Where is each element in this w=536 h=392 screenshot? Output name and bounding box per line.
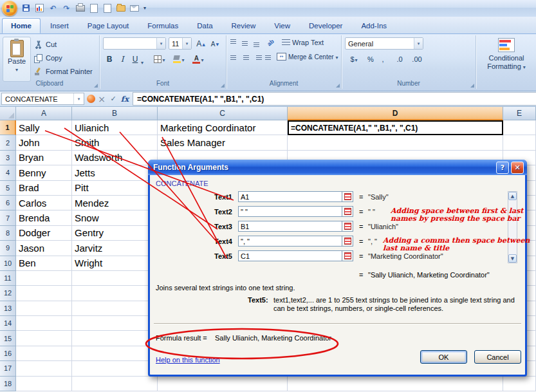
- number-dialog-launcher-icon[interactable]: [470, 84, 474, 88]
- font-size-combo[interactable]: 11: [169, 37, 192, 50]
- row-header-10[interactable]: 10: [0, 256, 16, 271]
- row-header-7[interactable]: 7: [0, 210, 16, 225]
- accounting-dropdown-icon[interactable]: [355, 55, 358, 63]
- insert-function-icon[interactable]: [120, 94, 130, 104]
- name-box-dropdown-icon[interactable]: [73, 93, 84, 104]
- cell-B18[interactable]: [72, 377, 158, 391]
- cell-A13[interactable]: [16, 301, 72, 316]
- redo-icon[interactable]: ↷: [61, 3, 72, 14]
- cell-A5[interactable]: Brad: [16, 181, 72, 196]
- align-top-button[interactable]: [229, 38, 240, 48]
- cell-E1[interactable]: [503, 120, 536, 135]
- fill-color-dropdown-icon[interactable]: [181, 55, 184, 64]
- dialog-close-icon[interactable]: ✕: [511, 162, 524, 174]
- dialog-scrollbar[interactable]: [508, 191, 517, 263]
- cell-B14[interactable]: [72, 316, 158, 331]
- borders-dropdown-icon[interactable]: [162, 55, 165, 64]
- column-header-B[interactable]: B: [72, 107, 158, 120]
- number-format-combo[interactable]: General: [345, 37, 423, 50]
- decrease-indent-button[interactable]: [264, 52, 275, 62]
- cell-B9[interactable]: Jarvitz: [72, 241, 158, 256]
- collapse-dialog-icon[interactable]: [342, 251, 353, 261]
- help-on-function-link[interactable]: Help on this function: [156, 356, 220, 364]
- bold-button[interactable]: B: [104, 53, 115, 66]
- orientation-button[interactable]: ab: [266, 38, 277, 48]
- tab-page-layout[interactable]: Page Layout: [79, 18, 138, 33]
- conditional-formatting-dropdown-icon[interactable]: [523, 62, 526, 70]
- clipboard-dialog-launcher-icon[interactable]: [94, 84, 98, 88]
- collapse-dialog-icon[interactable]: [342, 192, 353, 201]
- scroll-up-icon[interactable]: [508, 192, 517, 200]
- alignment-dialog-launcher-icon[interactable]: [336, 84, 340, 88]
- new-document-icon[interactable]: [102, 3, 113, 14]
- cell-B16[interactable]: [72, 346, 158, 361]
- row-header-3[interactable]: 3: [0, 151, 16, 165]
- tab-home[interactable]: Home: [2, 18, 41, 33]
- print-icon[interactable]: [75, 3, 86, 14]
- cell-B7[interactable]: Snow: [72, 210, 158, 225]
- wrap-text-button[interactable]: Wrap Text: [282, 39, 324, 46]
- cell-B12[interactable]: [72, 286, 158, 301]
- underline-button[interactable]: U: [129, 53, 141, 66]
- column-header-E[interactable]: E: [503, 107, 536, 120]
- cell-A6[interactable]: Carlos: [16, 196, 72, 210]
- tab-view[interactable]: View: [265, 18, 299, 33]
- comma-style-button[interactable]: ,: [378, 53, 388, 65]
- arg-input-text1[interactable]: A1: [238, 191, 353, 202]
- paste-dropdown-icon[interactable]: [15, 65, 18, 73]
- italic-button[interactable]: I: [116, 53, 128, 66]
- select-all-corner[interactable]: [0, 107, 16, 120]
- cell-A2[interactable]: John: [16, 135, 72, 150]
- cell-B1[interactable]: Ulianich: [72, 120, 158, 135]
- grow-font-button[interactable]: A▲: [194, 37, 207, 50]
- row-header-6[interactable]: 6: [0, 196, 16, 210]
- arg-input-text3[interactable]: B1: [238, 221, 353, 232]
- cell-D1[interactable]: =CONCATENATE(A1," ",B1,", ",C1): [288, 120, 503, 135]
- cell-B3[interactable]: Wadsworth: [72, 151, 158, 165]
- format-painter-button[interactable]: Format Painter: [32, 65, 95, 78]
- cell-A12[interactable]: [16, 286, 72, 301]
- row-header-5[interactable]: 5: [0, 181, 16, 196]
- dialog-title-bar[interactable]: Function Arguments ? ✕: [148, 160, 527, 175]
- align-center-button[interactable]: [241, 52, 252, 62]
- tab-data[interactable]: Data: [188, 18, 221, 33]
- arg-input-text5[interactable]: C1: [238, 250, 353, 261]
- row-header-4[interactable]: 4: [0, 165, 16, 180]
- cell-D18[interactable]: [288, 377, 503, 391]
- cell-B2[interactable]: Smith: [72, 135, 158, 150]
- cell-A18[interactable]: [16, 377, 72, 391]
- cancel-entry-icon[interactable]: [97, 94, 107, 104]
- font-dialog-launcher-icon[interactable]: [221, 84, 225, 88]
- open-icon[interactable]: [115, 3, 126, 14]
- conditional-formatting-button[interactable]: Conditional Formatting: [479, 37, 534, 79]
- decrease-decimal-button[interactable]: .00: [409, 53, 425, 65]
- row-header-16[interactable]: 16: [0, 346, 16, 361]
- cell-A15[interactable]: [16, 331, 72, 346]
- cell-E18[interactable]: [503, 377, 536, 391]
- cell-B10[interactable]: Wright: [72, 256, 158, 271]
- font-color-dropdown-icon[interactable]: [201, 55, 203, 64]
- row-header-2[interactable]: 2: [0, 135, 16, 150]
- mail-icon[interactable]: [129, 3, 140, 14]
- column-header-A[interactable]: A: [16, 107, 72, 120]
- cell-D2[interactable]: [288, 135, 503, 150]
- borders-button[interactable]: [151, 53, 168, 66]
- row-header-17[interactable]: 17: [0, 361, 16, 376]
- fill-color-button[interactable]: [171, 53, 187, 66]
- align-left-button[interactable]: [229, 52, 240, 62]
- row-header-15[interactable]: 15: [0, 331, 16, 346]
- shrink-font-button[interactable]: A▼: [208, 37, 221, 50]
- row-header-13[interactable]: 13: [0, 301, 16, 316]
- align-bottom-button[interactable]: [252, 38, 263, 48]
- tab-developer[interactable]: Developer: [300, 18, 351, 33]
- dialog-help-icon[interactable]: ?: [496, 162, 509, 174]
- cut-button[interactable]: Cut: [32, 38, 59, 51]
- merge-center-dropdown-icon[interactable]: [336, 53, 338, 61]
- font-color-button[interactable]: A: [190, 53, 207, 66]
- tab-review[interactable]: Review: [223, 18, 265, 33]
- font-name-dropdown-icon[interactable]: [156, 38, 165, 49]
- copy-button[interactable]: Copy: [32, 51, 64, 64]
- row-header-12[interactable]: 12: [0, 286, 16, 301]
- percent-style-button[interactable]: %: [365, 53, 376, 65]
- underline-dropdown-icon[interactable]: [141, 55, 143, 67]
